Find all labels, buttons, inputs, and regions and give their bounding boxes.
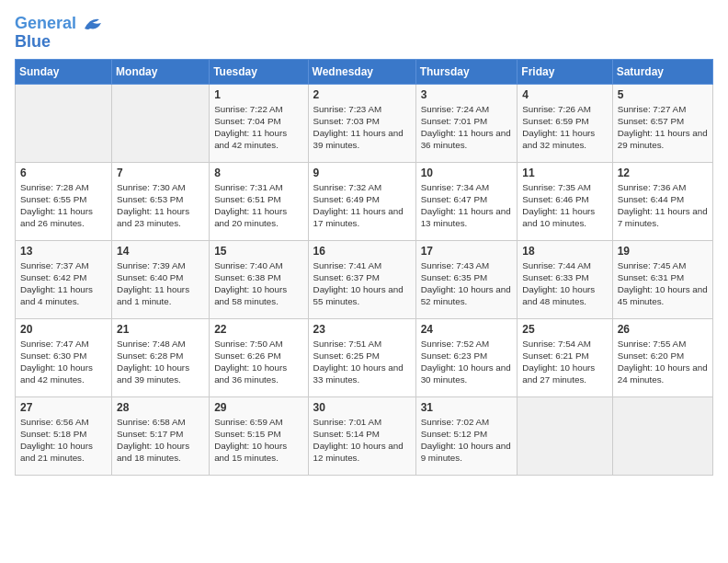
day-number: 21: [117, 323, 204, 336]
weekday-header-sunday: Sunday: [16, 59, 112, 84]
day-number: 18: [522, 245, 607, 258]
day-daylight: Daylight: 10 hours and 55 minutes.: [313, 284, 404, 306]
day-daylight: Daylight: 10 hours and 45 minutes.: [618, 284, 708, 306]
day-daylight: Daylight: 10 hours and 39 minutes.: [117, 362, 189, 385]
day-sunrise: Sunrise: 7:45 AM: [618, 260, 687, 270]
day-daylight: Daylight: 10 hours and 48 minutes.: [522, 284, 595, 306]
calendar-cell: 8 Sunrise: 7:31 AM Sunset: 6:51 PM Dayli…: [210, 162, 308, 240]
day-sunrise: Sunrise: 7:34 AM: [421, 182, 490, 192]
day-sunrise: Sunrise: 7:31 AM: [214, 182, 283, 192]
day-number: 19: [618, 245, 708, 258]
calendar-cell: [612, 396, 712, 475]
day-number: 6: [20, 167, 107, 179]
day-sunset: Sunset: 6:40 PM: [117, 272, 183, 282]
header: General Blue: [15, 15, 713, 52]
day-sunrise: Sunrise: 7:35 AM: [522, 182, 591, 192]
day-daylight: Daylight: 10 hours and 9 minutes.: [421, 441, 511, 463]
day-daylight: Daylight: 11 hours and 10 minutes.: [522, 206, 595, 228]
calendar-cell: 2 Sunrise: 7:23 AM Sunset: 7:03 PM Dayli…: [308, 84, 415, 162]
calendar-cell: 30 Sunrise: 7:01 AM Sunset: 5:14 PM Dayl…: [308, 396, 415, 475]
day-number: 7: [117, 167, 204, 179]
day-number: 29: [214, 401, 302, 414]
weekday-header-wednesday: Wednesday: [308, 59, 415, 84]
day-daylight: Daylight: 11 hours and 42 minutes.: [214, 128, 287, 150]
day-sunset: Sunset: 7:03 PM: [313, 116, 380, 126]
calendar-cell: 10 Sunrise: 7:34 AM Sunset: 6:47 PM Dayl…: [415, 162, 518, 240]
day-daylight: Daylight: 10 hours and 58 minutes.: [214, 284, 287, 306]
logo-blue: Blue: [15, 32, 51, 51]
day-daylight: Daylight: 10 hours and 24 minutes.: [618, 362, 708, 385]
day-daylight: Daylight: 11 hours and 13 minutes.: [421, 206, 511, 228]
calendar-cell: 6 Sunrise: 7:28 AM Sunset: 6:55 PM Dayli…: [16, 162, 112, 240]
day-number: 14: [117, 245, 204, 258]
weekday-header-thursday: Thursday: [415, 59, 518, 84]
day-sunrise: Sunrise: 7:39 AM: [117, 260, 186, 270]
day-sunrise: Sunrise: 7:41 AM: [313, 260, 382, 270]
day-daylight: Daylight: 11 hours and 32 minutes.: [522, 128, 595, 150]
day-sunset: Sunset: 6:28 PM: [117, 350, 183, 361]
logo-bird-icon: [83, 16, 103, 32]
calendar-week-row: 6 Sunrise: 7:28 AM Sunset: 6:55 PM Dayli…: [16, 162, 713, 240]
logo-general: General: [15, 14, 76, 32]
day-number: 20: [20, 323, 107, 336]
day-number: 4: [522, 88, 607, 101]
day-sunset: Sunset: 6:20 PM: [618, 350, 684, 361]
calendar-cell: 16 Sunrise: 7:41 AM Sunset: 6:37 PM Dayl…: [308, 240, 415, 318]
day-sunset: Sunset: 5:14 PM: [313, 429, 380, 439]
day-sunrise: Sunrise: 7:28 AM: [20, 182, 89, 192]
calendar-cell: 19 Sunrise: 7:45 AM Sunset: 6:31 PM Dayl…: [612, 240, 712, 318]
calendar-body: 1 Sunrise: 7:22 AM Sunset: 7:04 PM Dayli…: [16, 84, 713, 475]
day-sunset: Sunset: 6:53 PM: [117, 194, 183, 204]
day-sunrise: Sunrise: 7:47 AM: [20, 339, 89, 349]
day-sunrise: Sunrise: 7:01 AM: [313, 417, 382, 427]
calendar-cell: 9 Sunrise: 7:32 AM Sunset: 6:49 PM Dayli…: [308, 162, 415, 240]
calendar-week-row: 27 Sunrise: 6:56 AM Sunset: 5:18 PM Dayl…: [16, 396, 713, 475]
day-sunset: Sunset: 6:51 PM: [214, 194, 280, 204]
calendar-week-row: 13 Sunrise: 7:37 AM Sunset: 6:42 PM Dayl…: [16, 240, 713, 318]
day-number: 11: [522, 167, 607, 179]
weekday-header-friday: Friday: [518, 59, 612, 84]
day-sunrise: Sunrise: 7:43 AM: [421, 260, 490, 270]
day-daylight: Daylight: 11 hours and 1 minute.: [117, 284, 189, 306]
day-sunrise: Sunrise: 7:54 AM: [522, 339, 591, 349]
day-number: 16: [313, 245, 411, 258]
day-sunset: Sunset: 6:38 PM: [214, 272, 280, 282]
calendar-cell: 4 Sunrise: 7:26 AM Sunset: 6:59 PM Dayli…: [518, 84, 612, 162]
calendar-cell: 15 Sunrise: 7:40 AM Sunset: 6:38 PM Dayl…: [210, 240, 308, 318]
day-daylight: Daylight: 10 hours and 21 minutes.: [20, 441, 93, 463]
day-daylight: Daylight: 10 hours and 36 minutes.: [214, 362, 287, 385]
calendar-week-row: 20 Sunrise: 7:47 AM Sunset: 6:30 PM Dayl…: [16, 318, 713, 396]
day-sunset: Sunset: 6:30 PM: [20, 350, 86, 361]
day-sunset: Sunset: 6:55 PM: [20, 194, 86, 204]
day-sunrise: Sunrise: 7:02 AM: [421, 417, 490, 427]
day-sunrise: Sunrise: 7:30 AM: [117, 182, 186, 192]
day-daylight: Daylight: 11 hours and 20 minutes.: [214, 206, 287, 228]
day-sunrise: Sunrise: 7:37 AM: [20, 260, 89, 270]
calendar-cell: 5 Sunrise: 7:27 AM Sunset: 6:57 PM Dayli…: [612, 84, 712, 162]
day-number: 8: [214, 167, 302, 179]
day-sunset: Sunset: 6:49 PM: [313, 194, 380, 204]
day-sunset: Sunset: 6:35 PM: [421, 272, 487, 282]
calendar-cell: 31 Sunrise: 7:02 AM Sunset: 5:12 PM Dayl…: [415, 396, 518, 475]
calendar-cell: 25 Sunrise: 7:54 AM Sunset: 6:21 PM Dayl…: [518, 318, 612, 396]
day-number: 12: [618, 167, 708, 179]
calendar-cell: 20 Sunrise: 7:47 AM Sunset: 6:30 PM Dayl…: [16, 318, 112, 396]
day-daylight: Daylight: 11 hours and 23 minutes.: [117, 206, 189, 228]
day-number: 22: [214, 323, 302, 336]
day-sunrise: Sunrise: 7:32 AM: [313, 182, 382, 192]
calendar-cell: 21 Sunrise: 7:48 AM Sunset: 6:28 PM Dayl…: [112, 318, 210, 396]
day-daylight: Daylight: 10 hours and 15 minutes.: [214, 441, 287, 463]
calendar-cell: 13 Sunrise: 7:37 AM Sunset: 6:42 PM Dayl…: [16, 240, 112, 318]
day-sunset: Sunset: 6:23 PM: [421, 350, 487, 361]
calendar-cell: 26 Sunrise: 7:55 AM Sunset: 6:20 PM Dayl…: [612, 318, 712, 396]
day-sunrise: Sunrise: 7:22 AM: [214, 104, 283, 114]
day-number: 15: [214, 245, 302, 258]
day-number: 9: [313, 167, 411, 179]
day-number: 1: [214, 88, 302, 101]
day-sunset: Sunset: 6:57 PM: [618, 116, 684, 126]
calendar-cell: 12 Sunrise: 7:36 AM Sunset: 6:44 PM Dayl…: [612, 162, 712, 240]
day-sunset: Sunset: 6:21 PM: [522, 350, 588, 361]
day-sunrise: Sunrise: 7:23 AM: [313, 104, 382, 114]
day-number: 2: [313, 88, 411, 101]
weekday-header-monday: Monday: [112, 59, 210, 84]
